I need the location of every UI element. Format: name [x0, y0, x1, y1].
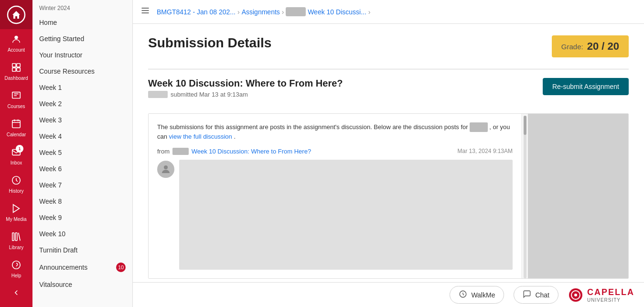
post-link[interactable]: Week 10 Discussion: Where to From Here?	[192, 148, 311, 155]
scroll-area[interactable]	[521, 114, 528, 278]
nav-item-week1[interactable]: Week 1	[32, 79, 132, 96]
nav-item-week10[interactable]: Week 10	[32, 226, 132, 242]
submission-header: Submission Details Grade: 20 / 20	[148, 35, 629, 57]
account-icon	[11, 34, 21, 46]
svg-point-13	[12, 261, 21, 269]
sidebar-item-calendar[interactable]: Calendar	[0, 114, 32, 142]
discussion-info-text3: .	[234, 133, 236, 140]
discussion-info: The submissions for this assignment are …	[157, 122, 513, 141]
svg-rect-4	[12, 68, 16, 71]
sidebar-item-courses[interactable]: Courses	[0, 86, 32, 114]
nav-item-week5[interactable]: Week 5	[32, 144, 132, 161]
announcements-label: Announcements	[39, 263, 87, 271]
sidebar-item-my-media[interactable]: My Media	[0, 198, 32, 227]
grade-label: Grade:	[561, 43, 583, 51]
nav-item-week3[interactable]: Week 3	[32, 112, 132, 128]
menu-toggle[interactable]	[140, 6, 150, 18]
discussion-name-blur	[470, 122, 487, 132]
inbox-icon: 1	[11, 147, 21, 159]
chat-icon	[523, 290, 531, 300]
sidebar-item-help[interactable]: Help	[0, 255, 32, 283]
discussion-section: Week 10 Discussion: Where to From Here? …	[148, 69, 629, 279]
sidebar-item-inbox[interactable]: 1 Inbox	[0, 142, 32, 170]
help-icon	[11, 260, 21, 272]
discussion-posts: The submissions for this assignment are …	[149, 114, 521, 278]
discussion-right-panel	[528, 114, 628, 278]
nav-item-announcements[interactable]: Announcements 10	[32, 258, 132, 276]
my-media-icon	[11, 203, 21, 215]
chat-label: Chat	[535, 291, 549, 299]
post-content-area	[157, 160, 513, 270]
breadcrumb-sep-2: ›	[282, 8, 284, 16]
breadcrumb-week10[interactable]: Week 10 Discussi...	[308, 8, 366, 16]
main-content: BMGT8412 - Jan 08 202... › Assignments ›…	[133, 0, 644, 307]
sidebar-label-inbox: Inbox	[11, 160, 22, 165]
page-title: Submission Details	[148, 35, 271, 51]
sidebar-label-library: Library	[9, 245, 24, 250]
svg-rect-2	[12, 64, 16, 67]
left-navigation: Winter 2024 Home Getting Started Your In…	[32, 0, 133, 307]
svg-point-21	[574, 294, 577, 296]
svg-rect-12	[15, 233, 17, 241]
courseroom-logo[interactable]	[0, 0, 32, 29]
sidebar-item-history[interactable]: History	[0, 170, 32, 198]
nav-item-week9[interactable]: Week 9	[32, 209, 132, 226]
walkme-icon	[459, 290, 467, 300]
library-icon	[11, 231, 21, 243]
post-name-blur	[172, 148, 189, 155]
nav-item-your-instructor[interactable]: Your Instructor	[32, 47, 132, 63]
svg-rect-11	[12, 233, 14, 241]
capella-main-text: CAPELLA	[587, 287, 634, 297]
post-row: from Week 10 Discussion: Where to From H…	[157, 148, 513, 155]
content-area: Submission Details Grade: 20 / 20 Week 1…	[133, 24, 644, 282]
nav-item-home[interactable]: Home	[32, 14, 132, 31]
season-label: Winter 2024	[32, 0, 132, 14]
sidebar-item-library[interactable]: Library	[0, 227, 32, 255]
scroll-thumb[interactable]	[524, 116, 526, 135]
sidebar-label-account: Account	[8, 47, 25, 53]
svg-rect-5	[17, 68, 20, 71]
sidebar-item-account[interactable]: Account	[0, 29, 32, 57]
resubmit-button[interactable]: Re-submit Assignment	[543, 78, 629, 95]
nav-item-week7[interactable]: Week 7	[32, 177, 132, 193]
grade-value: 20 / 20	[587, 40, 619, 53]
inbox-badge: 1	[16, 145, 23, 153]
sidebar-collapse[interactable]	[0, 283, 32, 302]
sidebar-label-calendar: Calendar	[7, 132, 26, 137]
view-full-discussion-link[interactable]: view the full discussion	[169, 133, 232, 140]
announcements-badge: 10	[116, 263, 126, 272]
sidebar-label-courses: Courses	[7, 104, 25, 109]
avatar	[157, 161, 174, 178]
nav-item-getting-started[interactable]: Getting Started	[32, 31, 132, 47]
breadcrumb-sep-1: ›	[237, 8, 240, 16]
walkme-label: WalkMe	[471, 291, 495, 299]
breadcrumb-course[interactable]: BMGT8412 - Jan 08 202...	[157, 8, 236, 16]
nav-item-week4[interactable]: Week 4	[32, 128, 132, 144]
capella-sub-text: UNIVERSITY	[587, 297, 621, 303]
discussion-title: Week 10 Discussion: Where to From Here?	[148, 78, 343, 89]
svg-rect-6	[12, 92, 21, 99]
sidebar-label-history: History	[9, 188, 23, 194]
submitted-text: submitted Mar 13 at 9:13am	[171, 91, 248, 98]
walkme-button[interactable]: WalkMe	[450, 286, 504, 304]
nav-item-week8[interactable]: Week 8	[32, 193, 132, 209]
nav-item-vitalsource[interactable]: Vitalsource	[32, 276, 132, 293]
nav-item-turnitin[interactable]: Turnitin Draft	[32, 242, 132, 258]
nav-item-course-resources[interactable]: Course Resources	[32, 63, 132, 79]
nav-item-week6[interactable]: Week 6	[32, 161, 132, 177]
topbar: BMGT8412 - Jan 08 202... › Assignments ›…	[133, 0, 644, 24]
history-icon	[11, 175, 21, 187]
chat-button[interactable]: Chat	[514, 286, 558, 304]
breadcrumb-assignments[interactable]: Assignments	[242, 8, 280, 16]
nav-item-week2[interactable]: Week 2	[32, 96, 132, 112]
svg-rect-3	[17, 64, 20, 67]
breadcrumb-sep-3: ›	[368, 8, 371, 16]
discussion-info-text1: The submissions for this assignment are …	[157, 123, 468, 131]
svg-marker-10	[13, 205, 20, 213]
post-from-label: from	[157, 148, 170, 155]
scroll-track[interactable]	[524, 116, 526, 278]
breadcrumb: BMGT8412 - Jan 08 202... › Assignments ›…	[157, 7, 371, 16]
discussion-header-row: Week 10 Discussion: Where to From Here? …	[148, 78, 629, 106]
collapse-arrow[interactable]	[0, 283, 32, 302]
sidebar-item-dashboard[interactable]: Dashboard	[0, 57, 32, 86]
